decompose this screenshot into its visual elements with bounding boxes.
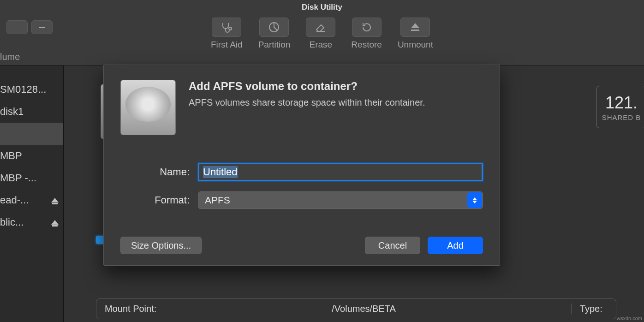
cancel-button[interactable]: Cancel xyxy=(365,237,420,254)
sidebar-item-label: MBP -... xyxy=(0,172,36,184)
format-select[interactable]: APFS xyxy=(198,191,483,209)
volume-remove-button[interactable] xyxy=(31,20,53,34)
toolbar: First Aid Partition Erase Restore Unmoun… xyxy=(0,15,644,66)
dialog-disk-icon xyxy=(120,80,176,135)
format-label: Format: xyxy=(120,194,190,206)
first-aid-label: First Aid xyxy=(211,40,243,50)
add-volume-dialog: Add APFS volume to container? APFS volum… xyxy=(103,65,500,266)
mount-point-label: Mount Point: xyxy=(105,304,156,314)
name-label: Name: xyxy=(120,166,190,178)
sidebar-item-label: MBP xyxy=(0,150,22,162)
erase-label: Erase xyxy=(310,40,333,50)
sidebar-item-label: SM0128... xyxy=(0,83,46,95)
sidebar-item-label: ead-... xyxy=(0,194,29,206)
sidebar-item-disk0[interactable]: SM0128... xyxy=(0,78,63,101)
capacity-label: SHARED B xyxy=(602,113,641,121)
mount-point-value: /Volumes/BETA xyxy=(332,304,396,314)
eject-icon xyxy=(409,21,421,33)
eraser-icon xyxy=(315,21,327,33)
svg-point-1 xyxy=(229,27,232,30)
sidebar-item-selected[interactable] xyxy=(0,123,63,145)
svg-rect-0 xyxy=(39,27,45,28)
restore-icon xyxy=(361,21,373,33)
sidebar-item-mbp[interactable]: MBP xyxy=(0,145,63,167)
select-arrows-icon[interactable] xyxy=(467,192,482,208)
sidebar-item-ead[interactable]: ead-... xyxy=(0,189,63,211)
eject-icon[interactable] xyxy=(51,198,59,203)
stethoscope-icon xyxy=(221,21,233,33)
format-value: APFS xyxy=(205,195,230,206)
partition-label: Partition xyxy=(258,40,291,50)
eject-icon[interactable] xyxy=(51,220,59,225)
svg-rect-3 xyxy=(411,30,419,31)
capacity-box: 121. SHARED B xyxy=(596,86,644,128)
sidebar-toggle-button[interactable] xyxy=(6,20,28,34)
unmount-button[interactable] xyxy=(400,18,430,37)
restore-button[interactable] xyxy=(352,18,382,37)
dialog-title: Add APFS volume to container? xyxy=(189,80,425,93)
size-options-button[interactable]: Size Options... xyxy=(120,237,202,254)
sidebar: SM0128... disk1 MBP MBP -... ead-... bli… xyxy=(0,66,64,322)
add-button[interactable]: Add xyxy=(428,237,483,254)
sidebar-item-blic[interactable]: blic... xyxy=(0,211,63,233)
pie-icon xyxy=(268,21,280,33)
capacity-value: 121. xyxy=(605,93,638,113)
toolbar-center: First Aid Partition Erase Restore Unmoun… xyxy=(211,18,433,50)
sidebar-item-mbp2[interactable]: MBP -... xyxy=(0,167,63,189)
erase-button[interactable] xyxy=(306,18,335,37)
first-aid-button[interactable] xyxy=(212,18,241,37)
window-title: Disk Utility xyxy=(0,0,644,15)
unmount-label: Unmount xyxy=(398,40,433,50)
toolbar-left-group xyxy=(6,20,53,34)
partition-button[interactable] xyxy=(259,18,289,37)
sidebar-item-disk1[interactable]: disk1 xyxy=(0,101,63,123)
type-label: Type: xyxy=(571,304,602,314)
sidebar-item-label: blic... xyxy=(0,216,24,228)
watermark: wsxdn.com xyxy=(617,316,642,321)
restore-label: Restore xyxy=(351,40,382,50)
minus-icon xyxy=(38,23,46,31)
dialog-form: Name: Format: APFS xyxy=(120,163,483,209)
dialog-subtitle: APFS volumes share storage space within … xyxy=(189,97,425,108)
volume-group-label: lume xyxy=(0,52,20,62)
sidebar-item-label: disk1 xyxy=(0,106,24,118)
name-input[interactable] xyxy=(198,163,483,181)
info-bar: Mount Point: /Volumes/BETA Type: xyxy=(96,298,616,319)
